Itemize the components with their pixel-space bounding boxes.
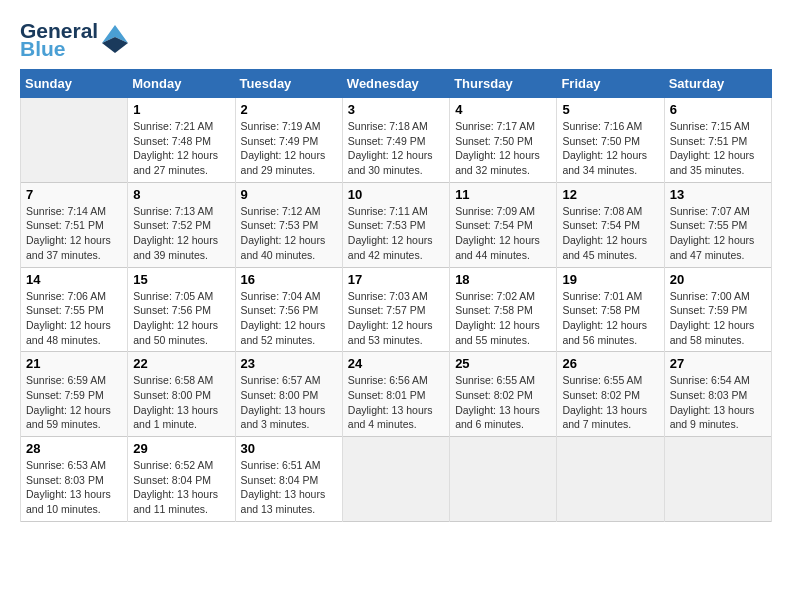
day-number: 24 bbox=[348, 356, 444, 371]
calendar-cell: 24Sunrise: 6:56 AM Sunset: 8:01 PM Dayli… bbox=[342, 352, 449, 437]
day-info: Sunrise: 7:02 AM Sunset: 7:58 PM Dayligh… bbox=[455, 289, 551, 348]
calendar-cell: 28Sunrise: 6:53 AM Sunset: 8:03 PM Dayli… bbox=[21, 437, 128, 522]
day-info: Sunrise: 6:56 AM Sunset: 8:01 PM Dayligh… bbox=[348, 373, 444, 432]
day-number: 17 bbox=[348, 272, 444, 287]
calendar-table: SundayMondayTuesdayWednesdayThursdayFrid… bbox=[20, 69, 772, 522]
day-number: 28 bbox=[26, 441, 122, 456]
day-number: 15 bbox=[133, 272, 229, 287]
calendar-cell: 21Sunrise: 6:59 AM Sunset: 7:59 PM Dayli… bbox=[21, 352, 128, 437]
calendar-cell: 26Sunrise: 6:55 AM Sunset: 8:02 PM Dayli… bbox=[557, 352, 664, 437]
calendar-cell: 16Sunrise: 7:04 AM Sunset: 7:56 PM Dayli… bbox=[235, 267, 342, 352]
weekday-header: Sunday bbox=[21, 70, 128, 98]
logo-blue: Blue bbox=[20, 38, 98, 59]
weekday-header: Thursday bbox=[450, 70, 557, 98]
calendar-cell: 30Sunrise: 6:51 AM Sunset: 8:04 PM Dayli… bbox=[235, 437, 342, 522]
day-number: 4 bbox=[455, 102, 551, 117]
day-number: 7 bbox=[26, 187, 122, 202]
weekday-header: Saturday bbox=[664, 70, 771, 98]
day-number: 6 bbox=[670, 102, 766, 117]
calendar-cell bbox=[664, 437, 771, 522]
day-info: Sunrise: 7:18 AM Sunset: 7:49 PM Dayligh… bbox=[348, 119, 444, 178]
day-info: Sunrise: 7:00 AM Sunset: 7:59 PM Dayligh… bbox=[670, 289, 766, 348]
calendar-cell: 8Sunrise: 7:13 AM Sunset: 7:52 PM Daylig… bbox=[128, 182, 235, 267]
calendar-body: 1Sunrise: 7:21 AM Sunset: 7:48 PM Daylig… bbox=[21, 98, 772, 522]
day-number: 3 bbox=[348, 102, 444, 117]
day-info: Sunrise: 7:08 AM Sunset: 7:54 PM Dayligh… bbox=[562, 204, 658, 263]
calendar-cell: 13Sunrise: 7:07 AM Sunset: 7:55 PM Dayli… bbox=[664, 182, 771, 267]
calendar-cell: 10Sunrise: 7:11 AM Sunset: 7:53 PM Dayli… bbox=[342, 182, 449, 267]
day-info: Sunrise: 6:58 AM Sunset: 8:00 PM Dayligh… bbox=[133, 373, 229, 432]
header: General Blue bbox=[20, 20, 772, 59]
logo-brand: General Blue bbox=[20, 20, 128, 59]
calendar-cell: 3Sunrise: 7:18 AM Sunset: 7:49 PM Daylig… bbox=[342, 98, 449, 183]
calendar-cell bbox=[342, 437, 449, 522]
day-info: Sunrise: 7:05 AM Sunset: 7:56 PM Dayligh… bbox=[133, 289, 229, 348]
calendar-week-row: 1Sunrise: 7:21 AM Sunset: 7:48 PM Daylig… bbox=[21, 98, 772, 183]
calendar-cell: 1Sunrise: 7:21 AM Sunset: 7:48 PM Daylig… bbox=[128, 98, 235, 183]
day-info: Sunrise: 6:52 AM Sunset: 8:04 PM Dayligh… bbox=[133, 458, 229, 517]
calendar-cell: 23Sunrise: 6:57 AM Sunset: 8:00 PM Dayli… bbox=[235, 352, 342, 437]
calendar-cell: 12Sunrise: 7:08 AM Sunset: 7:54 PM Dayli… bbox=[557, 182, 664, 267]
day-info: Sunrise: 7:03 AM Sunset: 7:57 PM Dayligh… bbox=[348, 289, 444, 348]
day-info: Sunrise: 7:21 AM Sunset: 7:48 PM Dayligh… bbox=[133, 119, 229, 178]
weekday-header: Friday bbox=[557, 70, 664, 98]
day-number: 9 bbox=[241, 187, 337, 202]
day-number: 8 bbox=[133, 187, 229, 202]
day-number: 19 bbox=[562, 272, 658, 287]
day-number: 16 bbox=[241, 272, 337, 287]
day-number: 5 bbox=[562, 102, 658, 117]
weekday-header-row: SundayMondayTuesdayWednesdayThursdayFrid… bbox=[21, 70, 772, 98]
calendar-week-row: 7Sunrise: 7:14 AM Sunset: 7:51 PM Daylig… bbox=[21, 182, 772, 267]
logo: General Blue bbox=[20, 20, 128, 59]
day-number: 29 bbox=[133, 441, 229, 456]
calendar-header: SundayMondayTuesdayWednesdayThursdayFrid… bbox=[21, 70, 772, 98]
day-number: 14 bbox=[26, 272, 122, 287]
calendar-cell: 5Sunrise: 7:16 AM Sunset: 7:50 PM Daylig… bbox=[557, 98, 664, 183]
calendar-cell: 27Sunrise: 6:54 AM Sunset: 8:03 PM Dayli… bbox=[664, 352, 771, 437]
calendar-cell: 18Sunrise: 7:02 AM Sunset: 7:58 PM Dayli… bbox=[450, 267, 557, 352]
calendar-cell: 22Sunrise: 6:58 AM Sunset: 8:00 PM Dayli… bbox=[128, 352, 235, 437]
day-info: Sunrise: 6:55 AM Sunset: 8:02 PM Dayligh… bbox=[562, 373, 658, 432]
calendar-cell: 4Sunrise: 7:17 AM Sunset: 7:50 PM Daylig… bbox=[450, 98, 557, 183]
day-info: Sunrise: 7:04 AM Sunset: 7:56 PM Dayligh… bbox=[241, 289, 337, 348]
weekday-header: Tuesday bbox=[235, 70, 342, 98]
calendar-cell: 17Sunrise: 7:03 AM Sunset: 7:57 PM Dayli… bbox=[342, 267, 449, 352]
calendar-cell bbox=[450, 437, 557, 522]
day-number: 25 bbox=[455, 356, 551, 371]
day-number: 12 bbox=[562, 187, 658, 202]
calendar-cell: 14Sunrise: 7:06 AM Sunset: 7:55 PM Dayli… bbox=[21, 267, 128, 352]
day-info: Sunrise: 7:12 AM Sunset: 7:53 PM Dayligh… bbox=[241, 204, 337, 263]
calendar-cell: 9Sunrise: 7:12 AM Sunset: 7:53 PM Daylig… bbox=[235, 182, 342, 267]
logo-bird-icon bbox=[102, 23, 128, 53]
calendar-cell: 11Sunrise: 7:09 AM Sunset: 7:54 PM Dayli… bbox=[450, 182, 557, 267]
day-info: Sunrise: 7:17 AM Sunset: 7:50 PM Dayligh… bbox=[455, 119, 551, 178]
day-info: Sunrise: 7:13 AM Sunset: 7:52 PM Dayligh… bbox=[133, 204, 229, 263]
day-info: Sunrise: 6:54 AM Sunset: 8:03 PM Dayligh… bbox=[670, 373, 766, 432]
calendar-cell: 25Sunrise: 6:55 AM Sunset: 8:02 PM Dayli… bbox=[450, 352, 557, 437]
calendar-cell: 20Sunrise: 7:00 AM Sunset: 7:59 PM Dayli… bbox=[664, 267, 771, 352]
calendar-cell: 15Sunrise: 7:05 AM Sunset: 7:56 PM Dayli… bbox=[128, 267, 235, 352]
weekday-header: Wednesday bbox=[342, 70, 449, 98]
day-info: Sunrise: 7:11 AM Sunset: 7:53 PM Dayligh… bbox=[348, 204, 444, 263]
day-info: Sunrise: 7:01 AM Sunset: 7:58 PM Dayligh… bbox=[562, 289, 658, 348]
day-info: Sunrise: 7:09 AM Sunset: 7:54 PM Dayligh… bbox=[455, 204, 551, 263]
day-info: Sunrise: 7:15 AM Sunset: 7:51 PM Dayligh… bbox=[670, 119, 766, 178]
weekday-header: Monday bbox=[128, 70, 235, 98]
day-number: 23 bbox=[241, 356, 337, 371]
calendar-cell: 7Sunrise: 7:14 AM Sunset: 7:51 PM Daylig… bbox=[21, 182, 128, 267]
calendar-cell: 29Sunrise: 6:52 AM Sunset: 8:04 PM Dayli… bbox=[128, 437, 235, 522]
day-number: 1 bbox=[133, 102, 229, 117]
day-number: 30 bbox=[241, 441, 337, 456]
calendar-cell: 2Sunrise: 7:19 AM Sunset: 7:49 PM Daylig… bbox=[235, 98, 342, 183]
day-number: 21 bbox=[26, 356, 122, 371]
day-number: 22 bbox=[133, 356, 229, 371]
calendar-week-row: 14Sunrise: 7:06 AM Sunset: 7:55 PM Dayli… bbox=[21, 267, 772, 352]
day-number: 13 bbox=[670, 187, 766, 202]
day-info: Sunrise: 7:07 AM Sunset: 7:55 PM Dayligh… bbox=[670, 204, 766, 263]
day-info: Sunrise: 6:57 AM Sunset: 8:00 PM Dayligh… bbox=[241, 373, 337, 432]
calendar-cell: 6Sunrise: 7:15 AM Sunset: 7:51 PM Daylig… bbox=[664, 98, 771, 183]
day-info: Sunrise: 6:55 AM Sunset: 8:02 PM Dayligh… bbox=[455, 373, 551, 432]
day-info: Sunrise: 6:59 AM Sunset: 7:59 PM Dayligh… bbox=[26, 373, 122, 432]
day-number: 2 bbox=[241, 102, 337, 117]
day-number: 11 bbox=[455, 187, 551, 202]
